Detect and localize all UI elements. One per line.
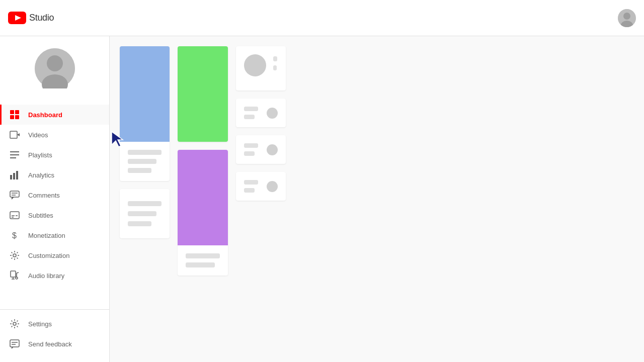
card-4-line-1: [128, 201, 162, 206]
studio-label: Studio: [29, 13, 54, 23]
list-item-3-lines: [244, 180, 262, 193]
svg-point-36: [13, 322, 16, 325]
sidebar-dashboard-label: Dashboard: [28, 111, 62, 119]
svg-text:$: $: [12, 231, 17, 240]
svg-rect-20: [10, 191, 19, 197]
card-1-lines: [120, 142, 170, 181]
list-item-3: [244, 180, 278, 193]
list-item-1-lines: [244, 107, 262, 119]
card-1-image: [120, 46, 170, 142]
dashboard-icon: [9, 109, 20, 120]
sidebar-audio-library-label: Audio library: [28, 272, 64, 280]
videos-icon: [9, 129, 20, 140]
sidebar-item-subtitles[interactable]: Subtitles: [0, 205, 109, 225]
list-item-2: [244, 143, 278, 156]
list-dot-3: [267, 181, 278, 192]
sidebar-videos-label: Videos: [28, 131, 48, 139]
svg-point-3: [623, 13, 630, 20]
right-card-line-2: [273, 65, 277, 70]
list-item-3-line-1: [244, 180, 258, 185]
sidebar-item-audio-library[interactable]: Audio library: [0, 265, 109, 286]
card-1-line-1: [128, 150, 162, 155]
channel-avatar[interactable]: [35, 48, 75, 88]
right-card-line-1: [273, 56, 277, 61]
card-3-line-2: [186, 262, 214, 267]
sidebar-subtitles-label: Subtitles: [28, 212, 53, 219]
right-card-top-lines: [273, 54, 278, 70]
sidebar-item-comments[interactable]: Comments: [0, 185, 109, 205]
comments-icon: [9, 190, 20, 201]
svg-line-33: [17, 273, 19, 273]
main-layout: Dashboard Videos: [0, 36, 644, 362]
header: Studio: [0, 0, 644, 36]
column-2: [178, 46, 227, 276]
sidebar-item-playlists[interactable]: Playlists: [0, 145, 109, 165]
customization-icon: [9, 250, 20, 261]
svg-point-6: [47, 55, 63, 71]
sidebar-item-analytics[interactable]: Analytics: [0, 165, 109, 185]
subtitles-icon: [9, 210, 20, 221]
sidebar-feedback-label: Send feedback: [28, 340, 72, 348]
card-3-line-1: [186, 253, 219, 258]
sidebar-item-dashboard[interactable]: Dashboard: [0, 105, 109, 125]
list-item-1-line-1: [244, 107, 258, 111]
svg-rect-30: [11, 271, 16, 277]
card-3-lines: [178, 245, 227, 276]
audio-library-icon: [9, 270, 20, 281]
sidebar-item-videos[interactable]: Videos: [0, 125, 109, 145]
sidebar-item-send-feedback[interactable]: Send feedback: [0, 334, 109, 354]
svg-rect-10: [10, 115, 14, 119]
svg-rect-8: [10, 110, 14, 114]
card-2-image: [178, 46, 227, 142]
column-1: [120, 46, 170, 276]
card-4-line-2: [128, 211, 156, 216]
card-1-line-2: [128, 159, 156, 164]
card-3-image: [178, 150, 227, 245]
sidebar-analytics-label: Analytics: [28, 171, 54, 179]
playlists-icon: [9, 149, 20, 160]
sidebar-bottom: Settings Send feedback: [0, 309, 109, 362]
user-avatar[interactable]: [618, 9, 636, 27]
list-item-2-lines: [244, 143, 262, 156]
list-dot-2: [267, 144, 278, 155]
card-1: [120, 46, 170, 181]
right-card-top-section: [244, 54, 278, 76]
sidebar-item-customization[interactable]: Customization: [0, 245, 109, 265]
list-card-3: [236, 172, 286, 201]
list-card-1: [236, 99, 286, 127]
column-3: [236, 46, 286, 276]
avatar-icon: [618, 9, 636, 27]
analytics-icon: [9, 169, 20, 180]
sidebar-settings-label: Settings: [28, 320, 52, 328]
card-4: [120, 189, 170, 238]
list-item-2-line-2: [244, 151, 255, 156]
svg-marker-23: [12, 197, 14, 200]
card-4-line-3: [128, 221, 151, 226]
svg-rect-17: [10, 175, 12, 179]
list-item-1: [244, 107, 278, 119]
sidebar-item-monetization[interactable]: $ Monetization: [0, 225, 109, 245]
settings-icon: [9, 318, 20, 329]
svg-rect-18: [13, 173, 15, 179]
svg-rect-19: [16, 171, 18, 179]
svg-rect-24: [10, 212, 19, 219]
right-card-top: [236, 46, 286, 90]
svg-rect-9: [15, 110, 19, 114]
content-area: [110, 36, 644, 362]
sidebar-comments-label: Comments: [28, 192, 60, 199]
sidebar-item-settings[interactable]: Settings: [0, 314, 109, 334]
sidebar-customization-label: Customization: [28, 252, 69, 259]
svg-point-29: [13, 254, 16, 257]
sidebar: Dashboard Videos: [0, 36, 110, 362]
svg-marker-40: [12, 347, 14, 349]
sidebar-profile: [0, 36, 109, 101]
feedback-icon: [9, 338, 20, 349]
svg-point-35: [16, 277, 18, 279]
monetization-icon: $: [9, 230, 20, 241]
card-3: [178, 150, 227, 276]
sidebar-nav: Dashboard Videos: [0, 101, 109, 309]
content-grid: [120, 46, 286, 276]
channel-avatar-icon: [35, 48, 75, 88]
logo[interactable]: Studio: [8, 12, 54, 24]
list-item-1-line-2: [244, 115, 255, 119]
